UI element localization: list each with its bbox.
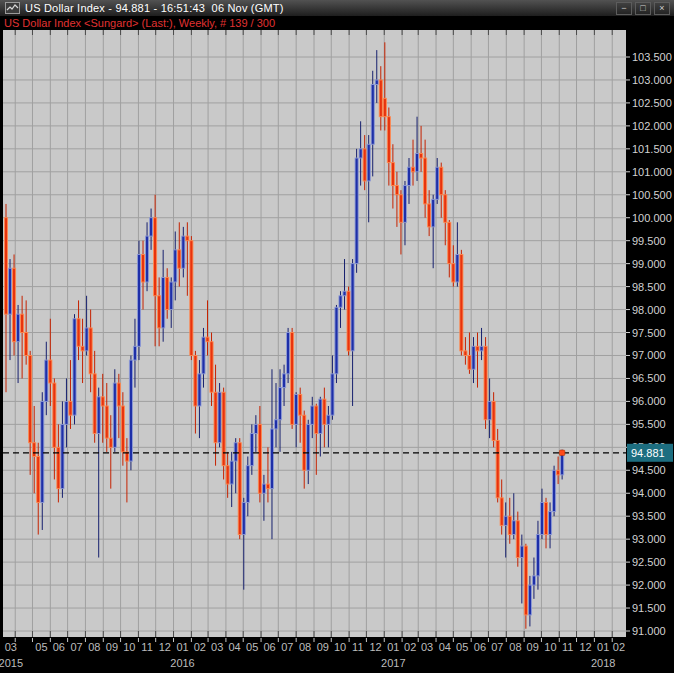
- svg-text:05: 05: [456, 641, 468, 653]
- svg-text:06: 06: [474, 641, 486, 653]
- svg-text:11: 11: [141, 641, 152, 653]
- svg-text:02: 02: [194, 641, 206, 653]
- svg-text:11: 11: [562, 641, 573, 653]
- svg-text:10: 10: [123, 641, 135, 653]
- svg-text:02: 02: [404, 641, 416, 653]
- minimize-button[interactable]: −: [616, 2, 632, 15]
- svg-text:04: 04: [228, 641, 240, 653]
- svg-text:98.500: 98.500: [632, 281, 666, 293]
- svg-text:01: 01: [176, 641, 188, 653]
- svg-text:07: 07: [70, 641, 82, 653]
- svg-text:101.000: 101.000: [632, 166, 672, 178]
- svg-text:2016: 2016: [170, 657, 194, 669]
- svg-text:05: 05: [35, 641, 47, 653]
- svg-text:10: 10: [544, 641, 556, 653]
- svg-text:03: 03: [421, 641, 433, 653]
- svg-text:98.000: 98.000: [632, 304, 666, 316]
- close-button[interactable]: ×: [654, 2, 670, 15]
- svg-text:96.500: 96.500: [632, 372, 666, 384]
- svg-text:08: 08: [88, 641, 100, 653]
- svg-text:11: 11: [352, 641, 363, 653]
- svg-text:03: 03: [211, 641, 223, 653]
- svg-text:96.000: 96.000: [632, 395, 666, 407]
- svg-text:2015: 2015: [0, 657, 23, 669]
- svg-text:2018: 2018: [591, 657, 615, 669]
- svg-text:94.881: 94.881: [631, 447, 665, 459]
- svg-text:102.500: 102.500: [632, 97, 672, 109]
- svg-text:08: 08: [299, 641, 311, 653]
- svg-text:03: 03: [5, 641, 17, 653]
- svg-text:93.500: 93.500: [632, 510, 666, 522]
- svg-text:12: 12: [579, 641, 591, 653]
- svg-text:09: 09: [527, 641, 539, 653]
- svg-text:97.000: 97.000: [632, 349, 666, 361]
- svg-text:92.000: 92.000: [632, 579, 666, 591]
- svg-text:01: 01: [597, 641, 609, 653]
- svg-text:101.500: 101.500: [632, 143, 672, 155]
- svg-text:07: 07: [281, 641, 293, 653]
- y-axis-price-scale[interactable]: 103.500103.000102.500102.000101.500101.0…: [626, 51, 672, 637]
- svg-text:102.000: 102.000: [632, 120, 672, 132]
- svg-text:92.500: 92.500: [632, 556, 666, 568]
- svg-text:91.000: 91.000: [632, 625, 666, 637]
- svg-text:99.000: 99.000: [632, 258, 666, 270]
- svg-text:08: 08: [509, 641, 521, 653]
- svg-text:04: 04: [439, 641, 451, 653]
- last-price-marker: [559, 450, 564, 455]
- price-chart[interactable]: 103.500103.000102.500102.000101.500101.0…: [0, 30, 674, 673]
- svg-text:09: 09: [317, 641, 329, 653]
- svg-text:100.500: 100.500: [632, 189, 672, 201]
- svg-text:95.500: 95.500: [632, 418, 666, 430]
- svg-text:12: 12: [159, 641, 171, 653]
- instrument-status-line: US Dollar Index <Sungard> (Last:), Weekl…: [0, 17, 674, 30]
- svg-text:02: 02: [613, 641, 625, 653]
- svg-text:94.000: 94.000: [632, 487, 666, 499]
- window-title: US Dollar Index - 94.881 - 16:51:43 06 N…: [25, 2, 284, 14]
- svg-text:01: 01: [387, 641, 399, 653]
- svg-text:91.500: 91.500: [632, 602, 666, 614]
- maximize-button[interactable]: □: [635, 2, 651, 15]
- window-titlebar[interactable]: US Dollar Index - 94.881 - 16:51:43 06 N…: [0, 0, 674, 17]
- svg-text:2017: 2017: [381, 657, 405, 669]
- svg-text:09: 09: [106, 641, 118, 653]
- current-price-tag: 94.881: [627, 444, 673, 462]
- svg-text:97.500: 97.500: [632, 327, 666, 339]
- sparkline-chart-icon: [5, 2, 20, 14]
- svg-text:12: 12: [369, 641, 381, 653]
- svg-text:05: 05: [246, 641, 258, 653]
- svg-text:99.500: 99.500: [632, 235, 666, 247]
- window-controls: − □ ×: [616, 2, 671, 15]
- svg-text:103.000: 103.000: [632, 74, 672, 86]
- svg-text:100.000: 100.000: [632, 212, 672, 224]
- svg-text:06: 06: [53, 641, 65, 653]
- svg-text:10: 10: [334, 641, 346, 653]
- svg-text:103.500: 103.500: [632, 51, 672, 63]
- svg-text:06: 06: [263, 641, 275, 653]
- svg-text:07: 07: [491, 641, 503, 653]
- x-axis-time-scale[interactable]: 0305060708091011120102030405060708091011…: [0, 641, 625, 669]
- svg-text:93.000: 93.000: [632, 533, 666, 545]
- svg-text:94.500: 94.500: [632, 464, 666, 476]
